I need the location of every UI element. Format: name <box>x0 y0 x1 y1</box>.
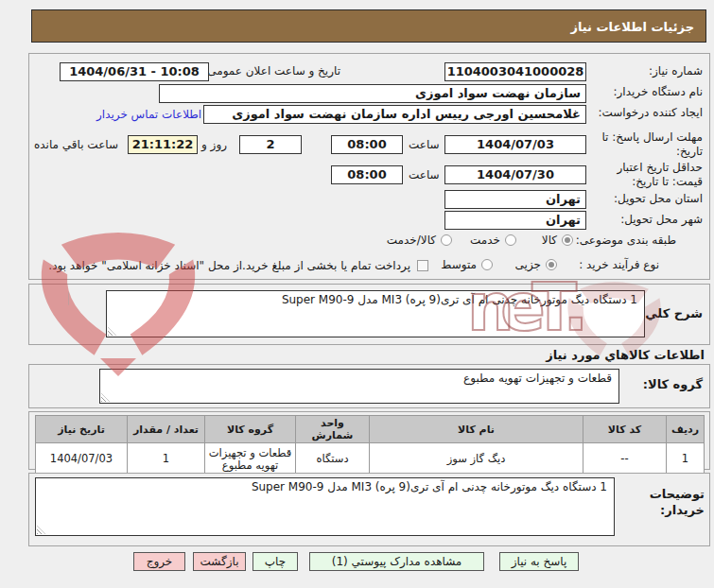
delivery-city-label: شهر محل تحویل: <box>620 213 703 226</box>
cell-unit: دستگاه <box>296 443 370 476</box>
publish-datetime-label: تاریخ و ساعت اعلان عمومی: <box>203 64 340 78</box>
price-validity-time-field[interactable]: 08:00 <box>331 165 403 184</box>
buyer-notes-text: 1 دستگاه دیگ موتورخانه چدنی ام آی تری(9 … <box>252 480 607 493</box>
exit-button[interactable]: خروج <box>133 552 185 571</box>
radio-goods-service-icon[interactable] <box>441 234 452 246</box>
reply-to-need-button[interactable]: پاسخ به نیاز <box>499 552 579 571</box>
cell-need-date: 1404/07/03 <box>36 443 128 476</box>
price-validity-time-label: ساعت <box>409 168 440 182</box>
reply-deadline-time-field[interactable]: 08:00 <box>331 135 403 154</box>
resize-grip-icon <box>108 327 116 336</box>
treasury-note-label: پرداخت تمام یا بخشی از مبلغ خرید.از محل … <box>48 259 410 272</box>
need-description-text: 1 دستگاه دیگ موتورخانه چدنی ام آی تری(9 … <box>282 293 637 306</box>
delivery-province-label: استان محل تحویل: <box>614 192 703 205</box>
radio-goods-icon[interactable] <box>562 234 573 246</box>
radio-minor[interactable]: جزیی <box>515 258 557 271</box>
page-title: جزئیات اطلاعات نیاز <box>31 9 706 43</box>
radio-goods[interactable]: کالا <box>542 233 573 247</box>
items-table: ردیف کد کالا نام کالا واحد شمارش گروه کا… <box>35 415 705 476</box>
items-table-header-row: ردیف کد کالا نام کالا واحد شمارش گروه کا… <box>36 416 705 443</box>
col-need-date: تاریخ نیاز <box>36 416 128 443</box>
print-button[interactable]: چاپ <box>253 552 298 571</box>
days-suffix-label: روز و <box>201 138 227 151</box>
table-row: 1 -- دیگ گاز سوز دستگاه قطعات و تجهیزات … <box>36 443 705 476</box>
goods-group-textarea[interactable]: قطعات و تجهیزات تهویه مطبوع <box>99 369 619 404</box>
col-row-number: ردیف <box>667 416 705 443</box>
goods-group-text: قطعات و تجهیزات تهویه مطبوع <box>463 372 612 385</box>
view-attachments-button[interactable]: مشاهده مدارک پیوستي (1) <box>309 552 484 571</box>
resize-grip-icon <box>101 393 110 402</box>
buyer-notes-label: توضیحات خریدار: <box>638 486 705 518</box>
goods-section-title: اطلاعات کالاهاي مورد نیاز <box>546 348 705 362</box>
goods-group-label: گروه کالا: <box>643 377 703 391</box>
radio-minor-icon[interactable] <box>546 259 557 270</box>
col-item-code: کد کالا <box>583 416 667 443</box>
price-validity-date-field[interactable]: 1404/07/30 <box>444 165 586 184</box>
countdown-timer: 21:11:22 <box>128 135 198 154</box>
radio-service-label: خدمت <box>470 233 500 247</box>
request-creator-label: ایجاد کننده درخواست: <box>598 106 703 119</box>
radio-medium-label: متوسط <box>441 258 477 271</box>
delivery-province-field[interactable]: تهران <box>444 190 586 209</box>
buyer-org-field[interactable]: سازمان نهضت سواد اموزی <box>159 84 586 103</box>
cell-item-code: -- <box>583 443 667 476</box>
radio-goods-label: کالا <box>542 233 557 247</box>
subject-classification-label: طبقه بندی موضوعی: <box>576 233 676 247</box>
back-button[interactable]: بازگشت <box>193 552 246 571</box>
reply-deadline-label: مهلت ارسال پاسخ: تا تاریخ: <box>589 130 703 159</box>
radio-medium-icon[interactable] <box>481 259 493 270</box>
col-unit: واحد شمارش <box>296 416 370 443</box>
delivery-city-field[interactable]: تهران <box>444 211 586 230</box>
need-details-page: { "title": "جزئیات اطلاعات نیاز", "form"… <box>0 0 714 588</box>
cell-row-number: 1 <box>667 443 705 476</box>
cell-quantity: 1 <box>128 443 205 476</box>
purchase-process-label: نوع فرآیند خرید : <box>579 258 659 271</box>
need-number-field[interactable]: 1104003041000028 <box>444 62 586 81</box>
resize-grip-icon <box>37 526 45 534</box>
remaining-days-field[interactable]: 2 <box>239 135 302 154</box>
radio-service-icon[interactable] <box>505 234 516 246</box>
reply-deadline-date-field[interactable]: 1404/07/03 <box>444 135 586 154</box>
buyer-contact-link[interactable]: اطلاعات تماس خریدار <box>96 108 201 121</box>
cell-item-group: قطعات و تجهیزات تهویه مطبوع <box>205 443 296 476</box>
radio-minor-label: جزیی <box>515 258 541 271</box>
radio-goods-service[interactable]: کالا/خدمت <box>387 233 452 247</box>
request-creator-field[interactable]: غلامحسین اورجی رییس اداره سازمان نهضت سو… <box>203 105 586 124</box>
buyer-org-label: نام دستگاه خریدار: <box>614 85 704 98</box>
need-number-label: شماره نیاز: <box>649 64 703 78</box>
col-quantity: تعداد / مقدار <box>128 416 205 443</box>
radio-medium[interactable]: متوسط <box>441 258 493 271</box>
countdown-suffix-label: ساعت باقي مانده <box>34 138 118 151</box>
cell-item-name: دیگ گاز سوز <box>370 443 583 476</box>
reply-deadline-time-label: ساعت <box>409 138 440 151</box>
treasury-checkbox[interactable] <box>417 260 428 271</box>
radio-goods-service-label: کالا/خدمت <box>387 233 436 247</box>
radio-service[interactable]: خدمت <box>470 233 516 247</box>
publish-datetime-field[interactable]: 1404/06/31 - 10:08 <box>60 62 209 81</box>
need-description-textarea[interactable]: 1 دستگاه دیگ موتورخانه چدنی ام آی تری(9 … <box>106 290 645 337</box>
price-validity-label: حداقل تاریخ اعتبار قیمت: تا تاریخ: <box>591 161 703 189</box>
col-item-name: نام کالا <box>370 416 583 443</box>
col-item-group: گروه کالا <box>205 416 296 443</box>
buyer-notes-textarea[interactable]: 1 دستگاه دیگ موتورخانه چدنی ام آی تری(9 … <box>35 477 615 536</box>
